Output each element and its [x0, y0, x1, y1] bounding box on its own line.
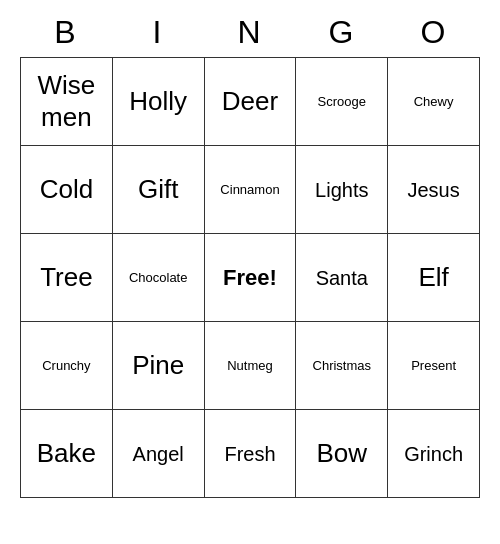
- bingo-cell-r4-c2: Fresh: [205, 410, 297, 498]
- bingo-cell-r1-c4: Jesus: [388, 146, 480, 234]
- cell-text-r2-c1: Chocolate: [129, 270, 188, 286]
- cell-text-r3-c1: Pine: [132, 350, 184, 381]
- cell-text-r2-c0: Tree: [40, 262, 93, 293]
- cell-text-r4-c2: Fresh: [224, 442, 275, 466]
- bingo-cell-r1-c2: Cinnamon: [205, 146, 297, 234]
- bingo-cell-r2-c4: Elf: [388, 234, 480, 322]
- cell-text-r4-c3: Bow: [317, 438, 368, 469]
- cell-text-r0-c3: Scrooge: [318, 94, 366, 110]
- bingo-cell-r4-c0: Bake: [21, 410, 113, 498]
- bingo-cell-r3-c1: Pine: [113, 322, 205, 410]
- bingo-cell-r2-c0: Tree: [21, 234, 113, 322]
- bingo-cell-r2-c1: Chocolate: [113, 234, 205, 322]
- bingo-grid: Wise menHollyDeerScroogeChewyColdGiftCin…: [20, 57, 480, 498]
- bingo-cell-r0-c3: Scrooge: [296, 58, 388, 146]
- header-letter-o: O: [388, 10, 480, 55]
- bingo-cell-r1-c0: Cold: [21, 146, 113, 234]
- bingo-cell-r3-c4: Present: [388, 322, 480, 410]
- bingo-cell-r0-c0: Wise men: [21, 58, 113, 146]
- cell-text-r1-c0: Cold: [40, 174, 93, 205]
- header-letter-g: G: [296, 10, 388, 55]
- bingo-cell-r0-c4: Chewy: [388, 58, 480, 146]
- cell-text-r4-c4: Grinch: [404, 442, 463, 466]
- bingo-card: BINGO Wise menHollyDeerScroogeChewyColdG…: [20, 10, 480, 498]
- bingo-cell-r2-c3: Santa: [296, 234, 388, 322]
- cell-text-r0-c0: Wise men: [25, 70, 108, 132]
- bingo-cell-r3-c3: Christmas: [296, 322, 388, 410]
- bingo-cell-r0-c1: Holly: [113, 58, 205, 146]
- cell-text-r2-c4: Elf: [418, 262, 448, 293]
- cell-text-r0-c1: Holly: [129, 86, 187, 117]
- cell-text-r3-c0: Crunchy: [42, 358, 90, 374]
- cell-text-r3-c3: Christmas: [313, 358, 372, 374]
- bingo-cell-r1-c1: Gift: [113, 146, 205, 234]
- cell-text-r3-c4: Present: [411, 358, 456, 374]
- bingo-cell-r4-c1: Angel: [113, 410, 205, 498]
- cell-text-r2-c2: Free!: [223, 265, 277, 291]
- cell-text-r2-c3: Santa: [316, 266, 368, 290]
- header-letter-n: N: [204, 10, 296, 55]
- bingo-cell-r3-c2: Nutmeg: [205, 322, 297, 410]
- cell-text-r1-c3: Lights: [315, 178, 368, 202]
- header-letter-i: I: [112, 10, 204, 55]
- bingo-cell-r3-c0: Crunchy: [21, 322, 113, 410]
- bingo-cell-r4-c3: Bow: [296, 410, 388, 498]
- bingo-cell-r4-c4: Grinch: [388, 410, 480, 498]
- cell-text-r1-c1: Gift: [138, 174, 178, 205]
- bingo-header: BINGO: [20, 10, 480, 55]
- bingo-cell-r0-c2: Deer: [205, 58, 297, 146]
- cell-text-r3-c2: Nutmeg: [227, 358, 273, 374]
- cell-text-r4-c0: Bake: [37, 438, 96, 469]
- cell-text-r1-c2: Cinnamon: [220, 182, 279, 198]
- header-letter-b: B: [20, 10, 112, 55]
- bingo-cell-r1-c3: Lights: [296, 146, 388, 234]
- cell-text-r0-c2: Deer: [222, 86, 278, 117]
- cell-text-r1-c4: Jesus: [407, 178, 459, 202]
- cell-text-r4-c1: Angel: [133, 442, 184, 466]
- cell-text-r0-c4: Chewy: [414, 94, 454, 110]
- bingo-cell-r2-c2: Free!: [205, 234, 297, 322]
